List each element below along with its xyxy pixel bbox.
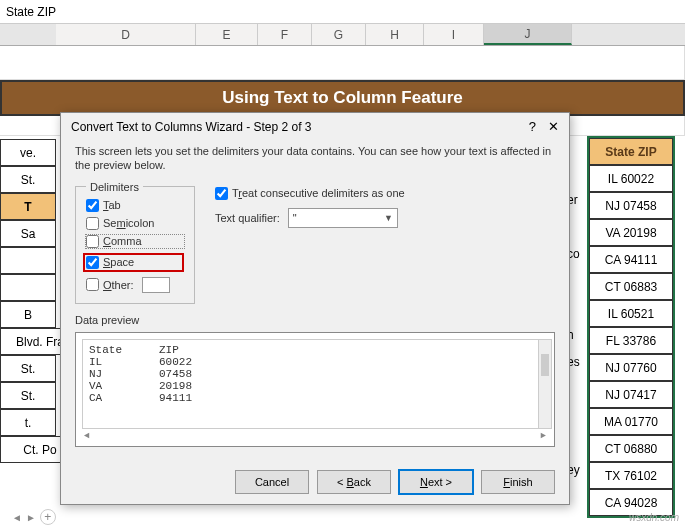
- chevron-down-icon: ▼: [384, 213, 393, 223]
- comma-checkbox[interactable]: [86, 235, 99, 248]
- table-row[interactable]: CA 94111: [589, 246, 673, 273]
- preview-vertical-scrollbar[interactable]: [538, 339, 552, 429]
- cell-suffix: h: [567, 328, 587, 355]
- col-header-i[interactable]: I: [424, 24, 484, 45]
- sheet-nav-next-icon[interactable]: ►: [26, 512, 36, 523]
- state-zip-header[interactable]: State ZIP: [589, 138, 673, 165]
- cell-suffix: [567, 301, 587, 328]
- cell-suffix: ey: [567, 463, 587, 490]
- table-row[interactable]: IL 60022: [589, 165, 673, 192]
- tab-checkbox[interactable]: [86, 199, 99, 212]
- delimiter-space[interactable]: Space: [83, 253, 184, 272]
- col-header-e[interactable]: E: [196, 24, 258, 45]
- formula-bar[interactable]: State ZIP: [0, 0, 685, 24]
- col-header-j[interactable]: J: [484, 24, 572, 45]
- cell-suffix: er: [567, 193, 587, 220]
- table-row[interactable]: CT 06883: [589, 273, 673, 300]
- cell-left[interactable]: [0, 247, 56, 274]
- table-row[interactable]: MA 01770: [589, 408, 673, 435]
- cell-suffix: [567, 166, 587, 193]
- banner-title: Using Text to Column Feature: [0, 80, 685, 116]
- table-row[interactable]: FL 33786: [589, 327, 673, 354]
- treat-consecutive-checkbox[interactable]: [215, 187, 228, 200]
- delimiter-tab[interactable]: Tab: [86, 199, 184, 212]
- cell-suffix: co: [567, 247, 587, 274]
- cell-suffix: [567, 382, 587, 409]
- semicolon-checkbox[interactable]: [86, 217, 99, 230]
- cell-suffix: [567, 409, 587, 436]
- sheet-nav-prev-icon[interactable]: ◄: [12, 512, 22, 523]
- text-qualifier-value: ": [293, 212, 297, 224]
- dialog-title: Convert Text to Columns Wizard - Step 2 …: [71, 120, 312, 134]
- new-sheet-button[interactable]: +: [40, 509, 56, 525]
- cell-left[interactable]: St.: [0, 382, 56, 409]
- text-qualifier-label: Text qualifier:: [215, 212, 280, 224]
- table-row[interactable]: NJ 07760: [589, 354, 673, 381]
- cell-suffix: [567, 220, 587, 247]
- dialog-description: This screen lets you set the delimiters …: [75, 144, 555, 173]
- cell-left[interactable]: B: [0, 301, 56, 328]
- table-row[interactable]: NJ 07458: [589, 192, 673, 219]
- formula-value: State ZIP: [6, 5, 56, 19]
- delimiters-legend: Delimiters: [86, 181, 143, 193]
- other-checkbox[interactable]: [86, 278, 99, 291]
- cell-suffix: [567, 436, 587, 463]
- help-icon[interactable]: ?: [529, 119, 536, 134]
- cell-left[interactable]: St.: [0, 355, 56, 382]
- finish-button[interactable]: Finish: [481, 470, 555, 494]
- text-qualifier-select[interactable]: " ▼: [288, 208, 398, 228]
- space-checkbox[interactable]: [86, 256, 99, 269]
- column-header-row: D E F G H I J: [0, 24, 685, 46]
- col-header-d[interactable]: D: [56, 24, 196, 45]
- next-button[interactable]: Next >: [399, 470, 473, 494]
- state-zip-column: State ZIP IL 60022 NJ 07458 VA 20198 CA …: [587, 136, 675, 518]
- dialog-titlebar: Convert Text to Columns Wizard - Step 2 …: [61, 113, 569, 140]
- table-row[interactable]: IL 60521: [589, 300, 673, 327]
- cell-left[interactable]: t.: [0, 409, 56, 436]
- close-icon[interactable]: ✕: [548, 119, 559, 134]
- cell-left[interactable]: Sa: [0, 220, 56, 247]
- cell-suffix: [567, 274, 587, 301]
- scroll-right-icon[interactable]: ►: [541, 431, 546, 441]
- delimiter-semicolon[interactable]: Semicolon: [86, 217, 184, 230]
- watermark: wsxdn.com: [629, 512, 679, 523]
- col-header-h[interactable]: H: [366, 24, 424, 45]
- data-preview: StateZIP IL60022 NJ07458 VA20198 CA94111…: [75, 332, 555, 447]
- table-row[interactable]: VA 20198: [589, 219, 673, 246]
- table-row[interactable]: NJ 07417: [589, 381, 673, 408]
- sheet-tabs: ◄ ► +: [0, 507, 56, 527]
- back-button[interactable]: < Back: [317, 470, 391, 494]
- col-header-f[interactable]: F: [258, 24, 312, 45]
- scroll-left-icon[interactable]: ◄: [84, 431, 89, 441]
- cell-suffix: es: [567, 355, 587, 382]
- table-row[interactable]: TX 76102: [589, 462, 673, 489]
- cell-left[interactable]: T: [0, 193, 56, 220]
- cell-left[interactable]: [0, 274, 56, 301]
- cell-left[interactable]: ve.: [0, 139, 56, 166]
- cell-left[interactable]: St.: [0, 166, 56, 193]
- delimiter-other[interactable]: Other:: [86, 277, 184, 293]
- treat-consecutive[interactable]: Treat consecutive delimiters as one: [215, 187, 405, 200]
- data-preview-label: Data preview: [75, 314, 555, 326]
- text-to-columns-dialog: Convert Text to Columns Wizard - Step 2 …: [60, 112, 570, 505]
- preview-horizontal-scrollbar[interactable]: ◄ ►: [82, 429, 548, 443]
- table-row[interactable]: CT 06880: [589, 435, 673, 462]
- col-header-g[interactable]: G: [312, 24, 366, 45]
- other-input[interactable]: [142, 277, 170, 293]
- delimiter-comma[interactable]: Comma: [86, 235, 184, 248]
- cancel-button[interactable]: Cancel: [235, 470, 309, 494]
